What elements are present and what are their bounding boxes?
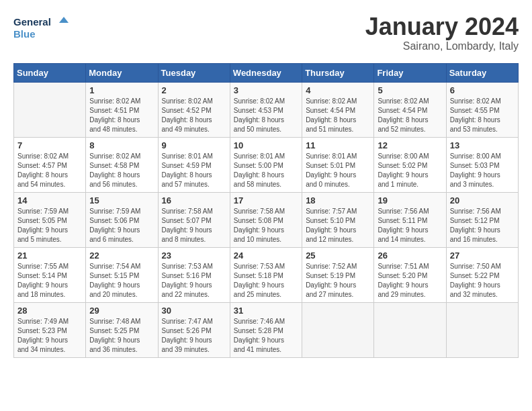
- table-cell: 20Sunrise: 7:56 AM Sunset: 5:12 PM Dayli…: [446, 192, 518, 247]
- table-cell: 3Sunrise: 8:02 AM Sunset: 4:53 PM Daylig…: [230, 82, 302, 137]
- header-monday: Monday: [86, 63, 158, 82]
- table-cell: 7Sunrise: 8:02 AM Sunset: 4:57 PM Daylig…: [14, 137, 86, 192]
- day-number: 23: [162, 250, 226, 261]
- day-info: Sunrise: 7:48 AM Sunset: 5:25 PM Dayligh…: [89, 317, 154, 355]
- day-info: Sunrise: 7:57 AM Sunset: 5:10 PM Dayligh…: [306, 207, 370, 244]
- table-cell: [14, 82, 86, 137]
- table-cell: 18Sunrise: 7:57 AM Sunset: 5:10 PM Dayli…: [302, 192, 374, 247]
- table-cell: 19Sunrise: 7:56 AM Sunset: 5:11 PM Dayli…: [374, 192, 446, 247]
- day-info: Sunrise: 8:02 AM Sunset: 4:57 PM Dayligh…: [17, 152, 82, 189]
- table-cell: 12Sunrise: 8:00 AM Sunset: 5:02 PM Dayli…: [374, 137, 446, 192]
- table-cell: 11Sunrise: 8:01 AM Sunset: 5:01 PM Dayli…: [302, 137, 374, 192]
- day-info: Sunrise: 8:02 AM Sunset: 4:52 PM Dayligh…: [162, 97, 226, 134]
- logo-svg: General Blue: [13, 13, 74, 44]
- day-number: 14: [17, 195, 82, 205]
- header-thursday: Thursday: [302, 63, 374, 82]
- day-number: 30: [162, 306, 226, 316]
- table-cell: 13Sunrise: 8:00 AM Sunset: 5:03 PM Dayli…: [446, 137, 518, 192]
- table-cell: [446, 302, 518, 357]
- day-info: Sunrise: 7:58 AM Sunset: 5:07 PM Dayligh…: [162, 207, 226, 244]
- day-number: 18: [306, 195, 370, 205]
- day-info: Sunrise: 8:01 AM Sunset: 4:59 PM Dayligh…: [162, 152, 226, 189]
- day-info: Sunrise: 7:51 AM Sunset: 5:20 PM Dayligh…: [378, 262, 442, 300]
- day-info: Sunrise: 7:49 AM Sunset: 5:23 PM Dayligh…: [17, 317, 82, 355]
- day-info: Sunrise: 7:56 AM Sunset: 5:12 PM Dayligh…: [450, 207, 515, 244]
- day-number: 17: [234, 195, 298, 205]
- day-number: 24: [234, 250, 298, 261]
- title-area: January 2024 Sairano, Lombardy, Italy: [365, 13, 519, 52]
- table-cell: 31Sunrise: 7:46 AM Sunset: 5:28 PM Dayli…: [230, 302, 302, 357]
- day-info: Sunrise: 7:56 AM Sunset: 5:11 PM Dayligh…: [378, 207, 442, 244]
- table-cell: 24Sunrise: 7:53 AM Sunset: 5:18 PM Dayli…: [230, 247, 302, 302]
- day-info: Sunrise: 8:00 AM Sunset: 5:02 PM Dayligh…: [378, 152, 442, 189]
- day-info: Sunrise: 8:02 AM Sunset: 4:51 PM Dayligh…: [89, 97, 154, 134]
- day-info: Sunrise: 7:59 AM Sunset: 5:06 PM Dayligh…: [89, 207, 154, 244]
- day-info: Sunrise: 7:53 AM Sunset: 5:18 PM Dayligh…: [234, 262, 298, 300]
- table-cell: 10Sunrise: 8:01 AM Sunset: 5:00 PM Dayli…: [230, 137, 302, 192]
- day-number: 8: [89, 140, 154, 150]
- day-number: 31: [234, 306, 298, 316]
- day-number: 27: [450, 250, 515, 261]
- day-number: 28: [17, 306, 82, 316]
- table-cell: 23Sunrise: 7:53 AM Sunset: 5:16 PM Dayli…: [158, 247, 230, 302]
- day-number: 5: [378, 85, 442, 95]
- table-cell: 16Sunrise: 7:58 AM Sunset: 5:07 PM Dayli…: [158, 192, 230, 247]
- day-number: 15: [89, 195, 154, 205]
- day-number: 1: [89, 85, 154, 95]
- page-header: General Blue January 2024 Sairano, Lomba…: [13, 13, 519, 52]
- day-number: 10: [234, 140, 298, 150]
- header-wednesday: Wednesday: [230, 63, 302, 82]
- day-number: 22: [89, 250, 154, 261]
- table-cell: 26Sunrise: 7:51 AM Sunset: 5:20 PM Dayli…: [374, 247, 446, 302]
- svg-marker-2: [59, 17, 69, 23]
- day-info: Sunrise: 8:02 AM Sunset: 4:55 PM Dayligh…: [450, 97, 515, 134]
- table-cell: [374, 302, 446, 357]
- day-number: 2: [162, 85, 226, 95]
- calendar-table: SundayMondayTuesdayWednesdayThursdayFrid…: [13, 63, 519, 358]
- table-cell: 15Sunrise: 7:59 AM Sunset: 5:06 PM Dayli…: [86, 192, 158, 247]
- day-info: Sunrise: 7:50 AM Sunset: 5:22 PM Dayligh…: [450, 262, 515, 300]
- month-title: January 2024: [365, 13, 519, 40]
- table-cell: 9Sunrise: 8:01 AM Sunset: 4:59 PM Daylig…: [158, 137, 230, 192]
- day-number: 20: [450, 195, 515, 205]
- day-number: 11: [306, 140, 370, 150]
- day-number: 29: [89, 306, 154, 316]
- svg-text:Blue: Blue: [13, 28, 36, 40]
- table-cell: 5Sunrise: 8:02 AM Sunset: 4:54 PM Daylig…: [374, 82, 446, 137]
- table-cell: 17Sunrise: 7:58 AM Sunset: 5:08 PM Dayli…: [230, 192, 302, 247]
- table-cell: 2Sunrise: 8:02 AM Sunset: 4:52 PM Daylig…: [158, 82, 230, 137]
- table-cell: 25Sunrise: 7:52 AM Sunset: 5:19 PM Dayli…: [302, 247, 374, 302]
- day-number: 13: [450, 140, 515, 150]
- day-info: Sunrise: 8:01 AM Sunset: 5:01 PM Dayligh…: [306, 152, 370, 189]
- logo: General Blue: [13, 13, 74, 44]
- svg-text:General: General: [13, 16, 51, 28]
- day-info: Sunrise: 7:46 AM Sunset: 5:28 PM Dayligh…: [234, 317, 298, 355]
- day-info: Sunrise: 8:02 AM Sunset: 4:53 PM Dayligh…: [234, 97, 298, 134]
- location: Sairano, Lombardy, Italy: [365, 40, 519, 52]
- table-cell: 29Sunrise: 7:48 AM Sunset: 5:25 PM Dayli…: [86, 302, 158, 357]
- day-number: 16: [162, 195, 226, 205]
- header-sunday: Sunday: [14, 63, 86, 82]
- weekday-header-row: SundayMondayTuesdayWednesdayThursdayFrid…: [14, 63, 519, 82]
- day-number: 9: [162, 140, 226, 150]
- day-info: Sunrise: 8:02 AM Sunset: 4:54 PM Dayligh…: [306, 97, 370, 134]
- day-number: 4: [306, 85, 370, 95]
- table-cell: 6Sunrise: 8:02 AM Sunset: 4:55 PM Daylig…: [446, 82, 518, 137]
- header-tuesday: Tuesday: [158, 63, 230, 82]
- table-cell: 8Sunrise: 8:02 AM Sunset: 4:58 PM Daylig…: [86, 137, 158, 192]
- day-info: Sunrise: 7:55 AM Sunset: 5:14 PM Dayligh…: [17, 262, 82, 300]
- week-row-2: 7Sunrise: 8:02 AM Sunset: 4:57 PM Daylig…: [14, 137, 519, 192]
- day-info: Sunrise: 7:54 AM Sunset: 5:15 PM Dayligh…: [89, 262, 154, 300]
- table-cell: 14Sunrise: 7:59 AM Sunset: 5:05 PM Dayli…: [14, 192, 86, 247]
- table-cell: 4Sunrise: 8:02 AM Sunset: 4:54 PM Daylig…: [302, 82, 374, 137]
- day-info: Sunrise: 7:47 AM Sunset: 5:26 PM Dayligh…: [162, 317, 226, 355]
- week-row-3: 14Sunrise: 7:59 AM Sunset: 5:05 PM Dayli…: [14, 192, 519, 247]
- week-row-1: 1Sunrise: 8:02 AM Sunset: 4:51 PM Daylig…: [14, 82, 519, 137]
- day-info: Sunrise: 8:02 AM Sunset: 4:58 PM Dayligh…: [89, 152, 154, 189]
- header-friday: Friday: [374, 63, 446, 82]
- day-number: 25: [306, 250, 370, 261]
- day-number: 26: [378, 250, 442, 261]
- table-cell: 1Sunrise: 8:02 AM Sunset: 4:51 PM Daylig…: [86, 82, 158, 137]
- table-cell: 27Sunrise: 7:50 AM Sunset: 5:22 PM Dayli…: [446, 247, 518, 302]
- day-info: Sunrise: 7:52 AM Sunset: 5:19 PM Dayligh…: [306, 262, 370, 300]
